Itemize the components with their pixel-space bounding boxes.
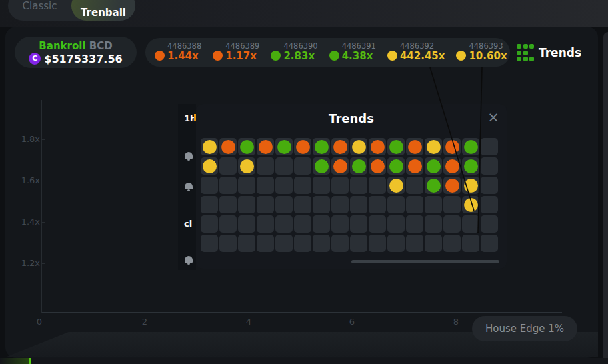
trend-dot-icon	[464, 198, 478, 212]
history-item[interactable]: 4486391 4.38x	[329, 42, 376, 62]
trend-cell	[331, 177, 349, 194]
round-multiplier: 4.38x	[342, 51, 376, 62]
trend-cell	[369, 157, 386, 175]
trend-cell	[219, 177, 237, 194]
trend-cell	[238, 157, 255, 175]
trend-cell	[369, 196, 386, 213]
trend-cell	[481, 215, 498, 233]
trend-cell	[350, 157, 367, 175]
y-axis-label: 1.2x	[5, 258, 40, 268]
bottom-progress-cap	[29, 358, 31, 364]
trend-cell	[462, 157, 479, 175]
trend-cell	[219, 157, 237, 175]
trend-cell	[257, 138, 274, 155]
trends-scrollbar[interactable]	[351, 260, 499, 263]
trend-cell	[350, 196, 367, 213]
trend-cell	[406, 235, 423, 252]
trend-cell	[425, 157, 442, 175]
trend-cell	[238, 215, 255, 233]
trend-dot-icon	[389, 159, 403, 173]
trend-dot-icon	[203, 159, 217, 173]
history-item[interactable]: 4486388 1.44x	[155, 42, 201, 62]
tab-trenball[interactable]: Trenball	[71, 0, 135, 21]
trend-cell	[257, 235, 274, 252]
trend-cell	[238, 235, 255, 252]
history-item[interactable]: 4486390 2.83x	[271, 42, 317, 62]
trends-button[interactable]: Trends	[517, 43, 581, 62]
trend-dot-icon	[333, 159, 347, 173]
y-axis-label: 1.8x	[5, 134, 40, 144]
trend-cell	[275, 235, 293, 252]
y-axis-tick	[42, 222, 45, 223]
result-dot-icon	[213, 51, 223, 61]
trend-cell	[462, 235, 479, 252]
tab-classic[interactable]: Classic	[8, 0, 71, 12]
trend-cell	[313, 196, 330, 213]
bankroll-currency: BCD	[89, 40, 113, 52]
game-mode-tabs: Classic Trenball	[8, 0, 135, 21]
trend-cell	[331, 157, 349, 175]
trend-cell	[406, 215, 423, 233]
round-multiplier: 442.45x	[400, 51, 445, 62]
trend-cell	[275, 138, 293, 155]
trend-cell	[313, 215, 330, 233]
round-multiplier: 1.44x	[167, 51, 201, 62]
trend-cell	[443, 196, 461, 213]
trends-button-label: Trends	[539, 46, 581, 59]
trend-cell	[462, 177, 479, 194]
trend-dot-icon	[427, 159, 441, 173]
trend-cell	[294, 196, 311, 213]
bell-icon	[185, 183, 193, 189]
trend-cell	[331, 138, 349, 155]
trend-cell	[387, 177, 405, 194]
close-icon[interactable]: ×	[485, 109, 501, 125]
right-panel-edge	[603, 32, 608, 364]
x-axis-label: 6	[339, 317, 365, 327]
bottom-progress-fill	[0, 358, 29, 364]
trend-cell	[369, 215, 386, 233]
result-dot-icon	[271, 51, 281, 61]
trend-cell	[462, 138, 479, 155]
round-multiplier: 2.83x	[283, 51, 317, 62]
house-edge-badge[interactable]: House Edge 1%	[472, 316, 577, 341]
trend-dot-icon	[315, 159, 329, 173]
y-axis-tick	[42, 139, 45, 140]
x-axis-label: 2	[131, 317, 158, 327]
trend-cell	[331, 215, 349, 233]
bankroll-amount: $5175337.56	[44, 53, 122, 65]
trend-cell	[369, 138, 386, 155]
bcd-coin-icon: C	[29, 53, 41, 65]
y-axis-label: 1.4x	[5, 217, 40, 227]
trend-cell	[406, 138, 423, 155]
history-item[interactable]: 4486393 10.60x	[456, 42, 507, 62]
x-axis-label: 4	[235, 317, 262, 327]
trend-cell	[481, 157, 498, 175]
trend-dot-icon	[333, 140, 347, 154]
trend-cell	[425, 235, 442, 252]
history-item[interactable]: 4486389 1.17x	[213, 42, 259, 62]
trends-modal: Trends ×	[196, 104, 507, 269]
trend-cell	[462, 196, 479, 213]
trend-dot-icon	[445, 140, 459, 154]
trend-cell	[313, 235, 330, 252]
trend-dot-icon	[240, 140, 254, 154]
result-dot-icon	[155, 51, 165, 61]
trend-cell	[443, 157, 461, 175]
trend-cell	[201, 157, 218, 175]
trend-cell	[201, 235, 218, 252]
trend-cell	[275, 157, 293, 175]
trend-dot-icon	[296, 140, 310, 154]
trend-cell	[425, 138, 442, 155]
trend-cell	[294, 235, 311, 252]
history-item[interactable]: 4486392 442.45x	[387, 42, 445, 62]
result-dot-icon	[387, 51, 397, 61]
trend-dot-icon	[445, 179, 459, 193]
trend-cell	[275, 177, 293, 194]
trend-cell	[481, 196, 498, 213]
trends-grid-icon	[517, 44, 534, 61]
trend-cell	[313, 157, 330, 175]
trends-modal-title: Trends	[196, 111, 507, 125]
trend-dot-icon	[389, 140, 403, 154]
trend-dot-icon	[371, 140, 385, 154]
trend-cell	[481, 235, 498, 252]
